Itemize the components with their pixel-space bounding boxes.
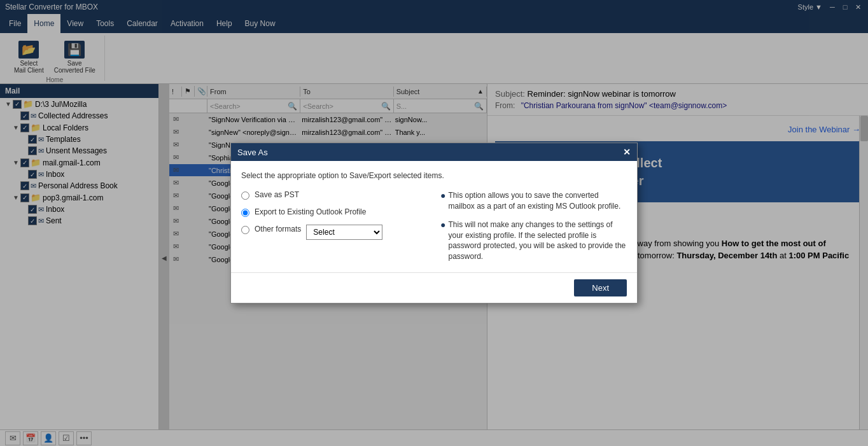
modal-title: Save As <box>237 148 268 157</box>
desc-export-text: This option allows you to save the conve… <box>448 190 627 212</box>
label-export-outlook: Export to Existing Outlook Profile <box>255 207 366 216</box>
save-as-modal: Save As ✕ Select the appropriate option … <box>230 143 638 303</box>
modal-options-layout: Save as PST Export to Existing Outlook P… <box>241 190 627 262</box>
modal-options-left: Save as PST Export to Existing Outlook P… <box>241 190 428 262</box>
option-other-formats: Other formats Select <box>241 225 428 240</box>
option-save-pst: Save as PST <box>241 190 428 200</box>
bullet-dot-1: ● <box>440 190 445 200</box>
option-export-outlook: Export to Existing Outlook Profile <box>241 207 428 217</box>
desc-no-change-text: This will not make any changes to the se… <box>448 220 627 262</box>
modal-overlay: Save As ✕ Select the appropriate option … <box>0 0 868 446</box>
radio-export-outlook[interactable] <box>241 209 249 217</box>
modal-options-right: ● This option allows you to save the con… <box>440 190 627 262</box>
bullet-dot-2: ● <box>440 220 445 230</box>
right-desc-export: ● This option allows you to save the con… <box>440 190 627 212</box>
modal-close-btn[interactable]: ✕ <box>623 147 631 157</box>
right-desc-no-change: ● This will not make any changes to the … <box>440 220 627 262</box>
radio-other-formats[interactable] <box>241 226 249 234</box>
label-other-formats: Other formats <box>255 225 301 233</box>
modal-footer: Next <box>231 272 637 303</box>
label-save-pst: Save as PST <box>255 190 299 199</box>
next-button[interactable]: Next <box>574 279 627 296</box>
modal-body: Select the appropriate option to Save/Ex… <box>231 161 637 272</box>
radio-save-pst[interactable] <box>241 192 249 200</box>
other-formats-dropdown[interactable]: Select <box>306 225 382 240</box>
modal-description: Select the appropriate option to Save/Ex… <box>241 171 627 180</box>
modal-title-bar: Save As ✕ <box>231 143 637 161</box>
